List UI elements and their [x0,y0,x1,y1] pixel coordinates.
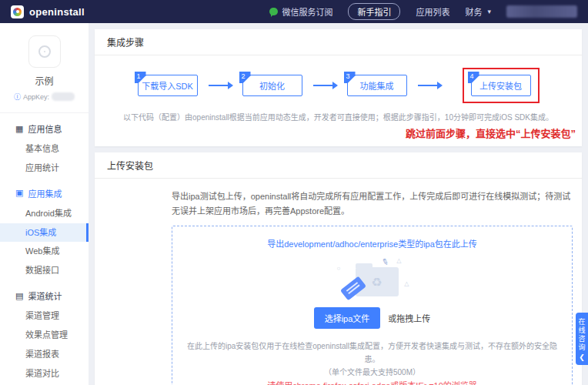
step-init[interactable]: 2 初始化 [242,75,302,96]
user-account-menu[interactable] [506,5,577,18]
divider [0,112,89,113]
finance-menu[interactable]: 财务 ▾ [465,5,491,18]
step-label: 上传安装包 [479,79,522,92]
appkey-label: AppKey: [23,93,49,101]
dropzone-description: 在此上传的ipa安装包仅用于在线检查openinstall集成配置，方便开发者快… [180,340,564,379]
upload-illustration: ✎ △ △ ○ ♻ [342,260,403,296]
drag-upload-label: 或拖拽上传 [388,312,430,324]
arrow-right-icon [209,85,232,86]
section-title: 应用信息 [28,122,62,135]
sidebar-item-ios[interactable]: iOS集成 [0,223,89,243]
beginner-guide-button[interactable]: 新手指引 [348,3,400,20]
appkey-redacted-value [52,92,75,101]
sidebar-item-app-stats[interactable]: 应用统计 [0,159,89,178]
wechat-icon [269,8,278,15]
online-service-tab[interactable]: 在线咨询 ❮ [576,313,588,365]
grid-icon: ▦ [15,125,23,133]
dropzone-heading: 导出development/adhoc/enterprise类型的ipa包在此上… [267,237,477,249]
arrow-right-icon [418,85,441,86]
upload-intro-text: 导出ipa测试包上传，openinstall将自动完成所有应用配置工作，上传完成… [172,189,573,218]
dropzone-desc-line2: （单个文件最大支持500M） [180,366,564,379]
sidebar-item-channel-manage[interactable]: 渠道管理 [0,306,89,326]
channel-icon: ▤ [15,292,23,300]
main-content: 集成步骤 1 下载导入SDK 2 初始化 3 功能集成 [89,23,588,385]
arrow-right-icon [313,85,336,86]
ipa-dropzone[interactable]: 导出development/adhoc/enterprise类型的ipa包在此上… [172,226,573,385]
red-annotation-text: 跳过前面步骤，直接选中“上传安装包” [95,124,582,146]
app-name: 示例 [0,74,89,87]
dropzone-desc-line1: 在此上传的ipa安装包仅用于在线检查openinstall集成配置，方便开发者快… [180,340,564,366]
triangle-icon: △ [396,257,401,264]
wechat-subscribe-link[interactable]: 微信服务订阅 [269,5,332,18]
sidebar: 示例 ⓘ AppKey: ▦ 应用信息 基本信息 应用统计 ▣ 应用集成 And… [0,23,89,385]
info-icon: ⓘ [14,92,21,102]
step-label: 初始化 [259,79,285,92]
placeholder-icon [38,45,51,58]
section-title: 应用集成 [28,187,62,199]
caret-down-icon: ▾ [487,8,491,15]
browser-warning-text: 请使用chrome,firefox,safari,edge或版本IE>=10的浏… [267,379,477,385]
finance-label: 财务 [465,5,482,18]
upload-package-card: 上传安装包 导出ipa测试包上传，openinstall将自动完成所有应用配置工… [95,152,582,385]
app-list-link[interactable]: 应用列表 [416,5,449,18]
brand-name: openinstall [29,6,85,18]
integration-icon: ▣ [15,189,23,197]
step-number-badge: 4 [468,72,479,83]
triangle-icon: △ [404,280,409,287]
sidebar-item-web[interactable]: Web集成 [0,242,89,261]
wechat-label: 微信服务订阅 [282,5,332,18]
top-navbar: openinstall 微信服务订阅 新手指引 应用列表 财务 ▾ [0,0,588,23]
pencil-icon: ✎ [380,256,390,268]
sidebar-section-app-integration[interactable]: ▣ 应用集成 [0,182,89,204]
app-avatar[interactable] [28,35,61,68]
steps-card-title: 集成步骤 [95,29,582,55]
sidebar-item-basic-info[interactable]: 基本信息 [0,139,89,159]
sidebar-section-app-info[interactable]: ▦ 应用信息 [0,118,89,139]
sidebar-section-channel-stats[interactable]: ▤ 渠道统计 [0,285,89,306]
steps-row: 1 下载导入SDK 2 初始化 3 功能集成 4 上传安装包 [95,55,582,105]
step-feature-integration[interactable]: 3 功能集成 [347,75,407,96]
steps-note: 以下代码（配置）由openinstall根据当前应用动态生成，开发者可直接使用；… [95,105,582,124]
sidebar-item-data-api[interactable]: 数据接口 [0,261,89,280]
openinstall-logo-icon [11,5,24,18]
step-label: 下载导入SDK [142,79,193,92]
recycle-icon: ♻ [371,275,382,290]
app-block: 示例 ⓘ AppKey: [0,23,89,109]
step-download-sdk[interactable]: 1 下载导入SDK [138,75,198,96]
circle-icon: ○ [337,265,341,272]
brand[interactable]: openinstall [11,5,85,18]
sidebar-item-effect-points[interactable]: 效果点管理 [0,326,89,345]
sidebar-item-channel-compare[interactable]: 渠道对比 [0,364,89,383]
section-title: 渠道统计 [28,290,62,302]
upload-card-title: 上传安装包 [95,152,582,179]
side-tab-label: 在线咨询 [577,318,587,352]
step-label: 功能集成 [360,79,394,92]
step-number-badge: 3 [344,72,356,83]
step-upload-package[interactable]: 4 上传安装包 [471,75,531,96]
step-number-badge: 2 [239,72,251,83]
red-highlight-box: 4 上传安装包 [463,68,540,103]
sidebar-item-channel-report[interactable]: 渠道报表 [0,345,89,364]
sidebar-item-android[interactable]: Android集成 [0,204,89,223]
integration-steps-card: 集成步骤 1 下载导入SDK 2 初始化 3 功能集成 [95,29,582,146]
choose-ipa-file-button[interactable]: 选择ipa文件 [314,307,381,329]
chevron-left-icon: ❮ [579,354,585,361]
